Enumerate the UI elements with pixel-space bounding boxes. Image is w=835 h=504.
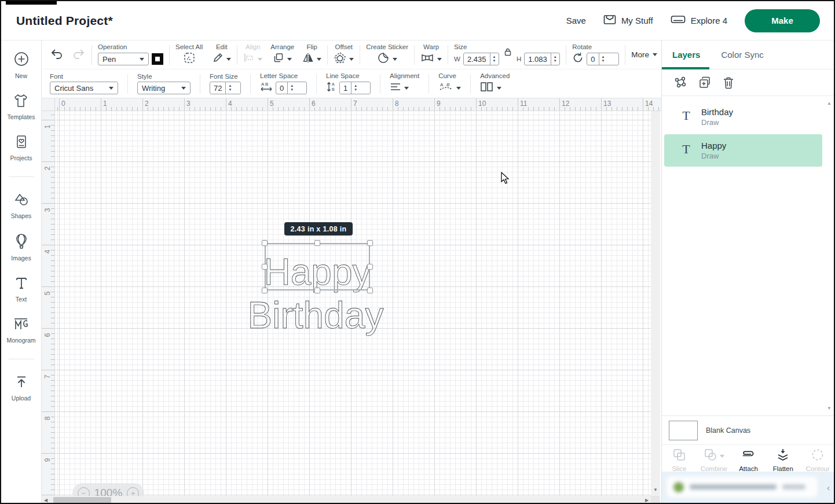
layer-type: Draw: [701, 152, 726, 160]
project-title[interactable]: Untitled Project*: [16, 14, 113, 28]
horizontal-scroll-thumb[interactable]: [53, 497, 111, 503]
duplicate-button[interactable]: [698, 76, 712, 90]
undo-button[interactable]: [50, 48, 64, 62]
letter-space-input[interactable]: 0 ▲▼: [276, 82, 307, 94]
selection-handle-sw[interactable]: [262, 288, 268, 293]
scroll-left-arrow[interactable]: ◀: [42, 498, 50, 503]
width-input[interactable]: 2.435 ▲▼: [463, 53, 499, 65]
sidebar-item-new[interactable]: New: [13, 51, 30, 79]
chevron-down-icon: [404, 87, 409, 90]
letter-space-stepper[interactable]: ▲▼: [287, 82, 296, 94]
rotate-input[interactable]: 0 ▲▼: [587, 53, 619, 65]
canvas-grid[interactable]: Happy Birthday 2.43 in x 1.08 in − 100% …: [55, 111, 651, 496]
rotate-stepper[interactable]: ▲▼: [599, 53, 607, 65]
explore-machine-button[interactable]: Explore 4: [671, 14, 727, 27]
toolbar-divider: [625, 45, 625, 65]
layers-list: T Birthday Draw T Happy Draw ▲ ▼: [662, 96, 835, 415]
font-size-stepper[interactable]: ▲▼: [225, 82, 234, 94]
flatten-button[interactable]: Flatten: [766, 448, 800, 472]
tab-layers[interactable]: Layers: [672, 50, 700, 60]
toolbar-divider: [127, 74, 128, 94]
canvas-text-birthday[interactable]: Birthday: [248, 295, 384, 336]
chevron-down-icon: [226, 58, 231, 61]
selection-handle-n[interactable]: [314, 240, 320, 246]
ruler-number: 12: [562, 100, 569, 108]
attach-button[interactable]: Attach: [731, 448, 766, 472]
warp-group[interactable]: Warp: [420, 43, 442, 66]
redo-button[interactable]: [72, 48, 86, 62]
curve-group[interactable]: Curve AB: [438, 72, 461, 95]
height-stepper[interactable]: ▲▼: [551, 53, 559, 65]
edit-group[interactable]: Edit: [212, 43, 231, 66]
selection-handle-e[interactable]: [367, 264, 373, 270]
sidebar-item-images[interactable]: Images: [11, 233, 31, 262]
sidebar-item-upload[interactable]: Upload: [12, 374, 31, 402]
make-button[interactable]: Make: [745, 9, 820, 32]
line-space-input[interactable]: 1 ▲▼: [339, 82, 371, 94]
alignment-group[interactable]: Alignment: [390, 72, 419, 95]
advanced-group[interactable]: Advanced: [480, 72, 510, 95]
letter-space-icon: A B: [260, 81, 273, 95]
font-size-input[interactable]: 72 ▲▼: [210, 82, 241, 94]
height-label: H: [517, 56, 521, 62]
window-chrome-tab: [6, 1, 57, 5]
sidebar-item-shapes[interactable]: Shapes: [11, 192, 32, 219]
line-space-group: Line Space AB 1 ▲▼: [326, 72, 371, 95]
selection-handle-ne[interactable]: [367, 240, 373, 246]
delete-button[interactable]: [722, 76, 735, 90]
ruler-number: 2: [145, 100, 149, 108]
width-label: W: [454, 56, 460, 62]
scroll-right-arrow[interactable]: ▶: [643, 498, 651, 503]
font-select[interactable]: Cricut Sans: [50, 82, 118, 94]
rotate-icon[interactable]: [572, 52, 584, 66]
arrange-group[interactable]: Arrange: [270, 43, 294, 66]
tab-color-sync[interactable]: Color Sync: [721, 50, 763, 60]
sidebar-item-templates[interactable]: Templates: [8, 93, 35, 120]
ruler-number: 5: [43, 289, 52, 298]
select-all-group[interactable]: Select All: [175, 43, 203, 66]
style-select[interactable]: Writing: [137, 82, 191, 94]
toolbar-divider: [566, 45, 566, 65]
my-stuff-button[interactable]: My Stuff: [603, 14, 653, 27]
sidebar-item-projects[interactable]: Projects: [10, 134, 32, 161]
selection-handle-w[interactable]: [262, 264, 268, 270]
sidebar-item-text[interactable]: Text: [14, 275, 29, 303]
horizontal-scrollbar[interactable]: ◀ ▶: [42, 496, 651, 504]
create-sticker-group[interactable]: Create Sticker: [366, 43, 408, 66]
offset-group[interactable]: Offset: [334, 43, 354, 66]
group-weld-button[interactable]: [673, 76, 687, 90]
sidebar-item-monogram[interactable]: Monogram: [6, 317, 35, 344]
operation-select[interactable]: Pen: [98, 53, 149, 65]
more-button[interactable]: More: [631, 50, 657, 59]
save-button[interactable]: Save: [566, 16, 586, 25]
toolbar-divider: [429, 74, 429, 94]
ruler-number: 4: [228, 100, 232, 108]
chevron-down-icon: [287, 58, 292, 61]
svg-text:T: T: [682, 108, 690, 123]
layer-row-birthday[interactable]: T Birthday Draw: [662, 101, 822, 133]
layer-row-happy[interactable]: T Happy Draw: [664, 134, 822, 167]
flip-group[interactable]: Flip: [302, 43, 321, 66]
chevron-down-icon: [720, 455, 724, 458]
size-lock-icon[interactable]: [503, 47, 512, 58]
scroll-down-arrow[interactable]: ▼: [651, 487, 660, 492]
vertical-ruler: 123456789: [42, 111, 55, 496]
selection-handle-nw[interactable]: [262, 240, 268, 246]
mouse-cursor: [501, 172, 510, 187]
selection-box[interactable]: [265, 243, 370, 290]
pen-color-swatch[interactable]: [152, 53, 163, 65]
sidebar-label: Shapes: [11, 212, 32, 219]
height-input[interactable]: 1.083 ▲▼: [524, 53, 560, 65]
ruler-number: 11: [520, 100, 527, 108]
advanced-label: Advanced: [480, 72, 510, 79]
layers-scroll-down-arrow[interactable]: ▼: [826, 406, 832, 411]
selection-handle-se[interactable]: [367, 288, 373, 293]
line-space-stepper[interactable]: ▲▼: [351, 82, 360, 94]
width-stepper[interactable]: ▲▼: [490, 53, 499, 65]
chevron-left-icon[interactable]: ‹: [827, 483, 830, 492]
vertical-scrollbar[interactable]: ▼: [651, 111, 660, 496]
selection-handle-s[interactable]: [314, 288, 320, 293]
layers-scroll-up-arrow[interactable]: ▲: [826, 101, 832, 106]
horizontal-ruler: 01234567891011121314: [55, 98, 661, 111]
blank-canvas-row[interactable]: Blank Canvas: [662, 415, 835, 444]
